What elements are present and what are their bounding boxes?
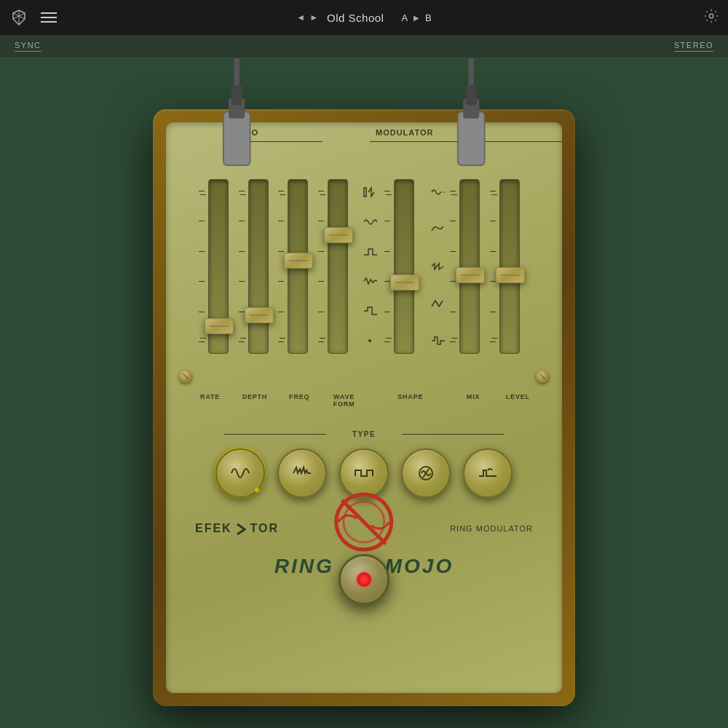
svg-rect-9 <box>364 188 366 197</box>
svg-rect-3 <box>232 85 242 106</box>
mix-label: MIX <box>456 393 490 408</box>
freq-slider-column <box>288 179 308 383</box>
logo-icon[interactable] <box>9 7 29 28</box>
sliders-area <box>166 150 562 390</box>
lfo-label: LFO <box>240 128 258 137</box>
type-label: TYPE <box>347 430 381 438</box>
prev-preset-arrow[interactable]: ◄ <box>296 12 305 23</box>
slider-labels: RATE DEPTH FREQ WAVEFORM SHAPE MIX LEVEL <box>166 393 562 408</box>
depth-slider-handle[interactable] <box>245 307 274 323</box>
svg-rect-6 <box>466 85 477 106</box>
freq-slider-ticks <box>278 191 282 342</box>
sync-label[interactable]: SYNC <box>15 41 41 52</box>
b-label[interactable]: B <box>425 12 432 23</box>
rate-slider-track[interactable] <box>208 179 229 354</box>
depth-slider-track[interactable] <box>248 179 269 354</box>
shape-label: SHAPE <box>394 393 427 408</box>
waveform-label: WAVEFORM <box>327 393 360 408</box>
mojo-text: MOJO <box>385 555 454 578</box>
depth-slider-ticks <box>239 191 243 342</box>
svg-line-12 <box>423 469 429 478</box>
footswitch-led <box>357 572 371 587</box>
type-line-left <box>224 434 326 435</box>
waveform-slider-column <box>328 179 348 383</box>
svg-point-10 <box>368 339 371 342</box>
modulator-label: MODULATOR <box>376 128 433 137</box>
shape-slider-column <box>394 179 414 383</box>
ring-text: RING <box>274 555 334 578</box>
second-bar: SYNC STEREO <box>0 35 728 58</box>
a-label[interactable]: A <box>401 12 408 23</box>
modulator-section-line <box>370 141 562 142</box>
settings-icon[interactable] <box>703 8 719 27</box>
freq-slider-handle[interactable] <box>284 253 313 269</box>
level-slider-track[interactable] <box>499 179 520 354</box>
footswitch-button[interactable] <box>339 554 389 605</box>
shape-slider-handle[interactable] <box>390 274 419 290</box>
level-slider-column <box>499 179 520 383</box>
waveform-icons <box>363 186 377 347</box>
pedal-frame: LFO MODULATOR <box>153 109 575 706</box>
waveform-slider-ticks <box>318 191 323 342</box>
level-slider-ticks <box>490 191 494 342</box>
shape-slider-ticks <box>384 191 389 342</box>
screw-top-left <box>179 370 192 383</box>
ab-section: A ▶ B <box>401 12 431 23</box>
efektor-label: EFEK TOR <box>195 522 279 536</box>
mix-slider-handle[interactable] <box>456 267 485 283</box>
shape-waveform-icons <box>430 186 445 347</box>
stereo-label[interactable]: STEREO <box>674 41 713 52</box>
main-content: LFO MODULATOR <box>0 58 728 728</box>
level-label: LEVEL <box>501 393 534 408</box>
mix-slider-column <box>459 179 480 383</box>
rate-slider-handle[interactable] <box>205 318 234 334</box>
svg-line-14 <box>342 500 386 544</box>
freq-slider-track[interactable] <box>288 179 308 354</box>
footswitch-area <box>166 554 562 605</box>
pulse-type-button[interactable] <box>463 448 513 498</box>
active-indicator <box>255 488 259 492</box>
type-line-right <box>402 434 504 435</box>
branding-area: EFEK TOR <box>166 511 562 547</box>
freq-label: FREQ <box>282 393 316 408</box>
waveform-slider-handle[interactable] <box>324 227 353 243</box>
top-bar-center: ◄ ► Old School A ▶ B <box>296 12 432 24</box>
rate-label: RATE <box>194 393 227 408</box>
pedal-body: LFO MODULATOR <box>166 122 562 693</box>
lfo-section-line <box>235 141 323 142</box>
ring-modulator-label: RING MODULATOR <box>450 524 533 533</box>
screw-top-right <box>536 370 549 383</box>
depth-label: DEPTH <box>238 393 272 408</box>
rate-slider-column <box>208 179 229 383</box>
waveform-slider-track[interactable] <box>328 179 348 354</box>
mix-slider-track[interactable] <box>459 179 480 354</box>
next-preset-arrow[interactable]: ► <box>309 12 318 23</box>
sine-type-button[interactable] <box>215 448 265 498</box>
preset-name: Old School <box>327 12 384 24</box>
mix-slider-ticks <box>450 191 454 342</box>
preset-nav: ◄ ► <box>296 12 318 23</box>
top-bar: ◄ ► Old School A ▶ B <box>0 0 728 35</box>
menu-icon[interactable] <box>41 12 57 23</box>
ring-logo-svg <box>331 489 397 555</box>
svg-point-0 <box>709 14 713 18</box>
ab-play-icon[interactable]: ▶ <box>414 14 419 22</box>
rate-slider-ticks <box>199 191 203 342</box>
shape-slider-track[interactable] <box>394 179 414 354</box>
top-bar-left <box>9 7 57 28</box>
level-slider-handle[interactable] <box>496 267 525 283</box>
depth-slider-column <box>248 179 269 383</box>
